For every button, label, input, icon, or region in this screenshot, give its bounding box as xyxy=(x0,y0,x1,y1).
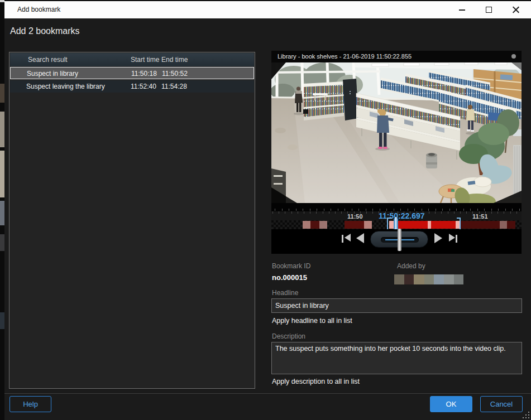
camera-title-bar: Library - book shelves - 21-06-2019 11:5… xyxy=(271,51,522,62)
apply-description-link[interactable]: Apply description to all in list xyxy=(272,378,360,385)
timeline-track[interactable] xyxy=(271,220,522,229)
resize-grip[interactable] xyxy=(523,412,529,418)
window-title: Add bookmark xyxy=(17,6,60,13)
column-end-time: End time xyxy=(161,56,188,64)
background-app-edge xyxy=(0,0,4,420)
timeline-tick-label: 11:51 xyxy=(472,213,488,220)
footer-divider xyxy=(4,393,531,394)
result-name: Suspect leaving the library xyxy=(26,83,105,90)
window-titlebar[interactable]: Add bookmark xyxy=(4,1,531,18)
playback-controls xyxy=(271,229,522,254)
next-frame-button[interactable] xyxy=(448,233,460,245)
result-start: 11:50:18 xyxy=(131,70,157,78)
result-start: 11:52:40 xyxy=(131,83,156,90)
camera-title: Library - book shelves - 21-06-2019 11:5… xyxy=(278,53,412,60)
table-row[interactable]: Suspect in library 11:50:18 11:50:52 xyxy=(10,67,254,79)
table-header-row: Search result Start time End time xyxy=(10,53,254,66)
cancel-button[interactable]: Cancel xyxy=(480,396,523,412)
play-forward-icon xyxy=(434,233,442,243)
result-end: 11:54:28 xyxy=(161,83,187,90)
added-by-value-redacted xyxy=(394,274,463,284)
help-button[interactable]: Help xyxy=(9,396,51,412)
play-backward-icon xyxy=(356,233,364,243)
apply-headline-link[interactable]: Apply headline to all in list xyxy=(272,317,352,325)
recording-indicator-icon xyxy=(511,54,516,59)
video-scrub-strip[interactable] xyxy=(271,203,522,211)
column-start-time: Start time xyxy=(131,56,159,64)
search-results-panel: Search result Start time End time Suspec… xyxy=(9,52,255,389)
selected-clip-range xyxy=(389,221,460,229)
description-label: Description xyxy=(272,332,305,340)
minimize-button[interactable] xyxy=(449,1,474,18)
minimize-icon xyxy=(459,9,465,11)
result-end: 11:50:52 xyxy=(162,70,188,78)
screen: Add bookmark Add 2 bookmarks Search resu… xyxy=(0,0,531,420)
maximize-icon xyxy=(486,7,492,13)
table-row[interactable]: Suspect leaving the library 11:52:40 11:… xyxy=(10,80,254,93)
next-frame-icon xyxy=(449,234,455,242)
headline-label: Headline xyxy=(272,289,298,297)
play-backward-button[interactable] xyxy=(354,231,367,245)
library-scene xyxy=(271,62,522,203)
previous-frame-button[interactable] xyxy=(341,233,353,245)
description-input[interactable] xyxy=(271,342,522,374)
slider-handle[interactable] xyxy=(398,229,401,251)
ok-button[interactable]: OK xyxy=(430,396,472,412)
result-name: Suspect in library xyxy=(27,70,78,78)
previous-frame-icon xyxy=(342,235,343,243)
add-bookmark-dialog: Add bookmark Add 2 bookmarks Search resu… xyxy=(4,0,531,420)
timeline-tick-label: 11:50 xyxy=(347,213,363,220)
dialog-heading: Add 2 bookmarks xyxy=(10,26,80,36)
headline-input[interactable] xyxy=(271,298,522,313)
bookmark-id-value: no.000015 xyxy=(272,273,307,282)
play-forward-button[interactable] xyxy=(432,231,446,245)
column-search-result: Search result xyxy=(28,56,68,64)
maximize-button[interactable] xyxy=(476,1,501,18)
video-preview xyxy=(271,62,522,203)
close-icon xyxy=(512,6,519,13)
playback-speed-slider[interactable] xyxy=(370,231,428,248)
bookmark-id-label: Bookmark ID xyxy=(272,262,310,270)
added-by-label: Added by xyxy=(397,262,425,270)
close-button[interactable] xyxy=(503,1,528,18)
